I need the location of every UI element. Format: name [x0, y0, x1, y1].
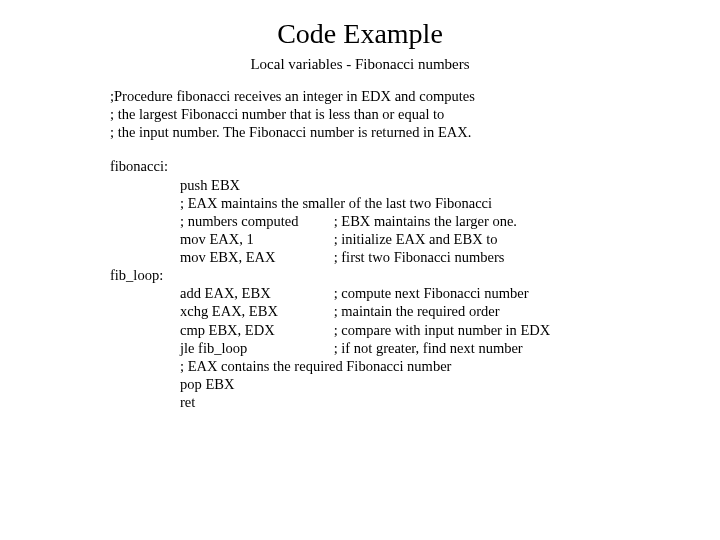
code-line: xchg EAX, EBX ; maintain the required or… [180, 302, 660, 320]
label-fib-loop: fib_loop: [110, 266, 660, 284]
code-line: ; EAX contains the required Fibonacci nu… [180, 357, 660, 375]
intro-line: ; the largest Fibonacci number that is l… [110, 105, 660, 123]
intro-line: ;Procedure fibonacci receives an integer… [110, 87, 660, 105]
code-line: cmp EBX, EDX ; compare with input number… [180, 321, 660, 339]
code-line: jle fib_loop ; if not greater, find next… [180, 339, 660, 357]
code-block-2: add EAX, EBX ; compute next Fibonacci nu… [110, 284, 660, 411]
instr: cmp EBX, EDX [180, 321, 330, 339]
label-fibonacci: fibonacci: [110, 157, 660, 175]
comment: ; if not greater, find next number [334, 340, 523, 356]
instr: ; numbers computed [180, 212, 330, 230]
intro-comment: ;Procedure fibonacci receives an integer… [110, 87, 660, 141]
code-block-1: push EBX ; EAX maintains the smaller of … [110, 176, 660, 267]
slide-content: ;Procedure fibonacci receives an integer… [110, 87, 660, 411]
instr: jle fib_loop [180, 339, 330, 357]
code-line: ret [180, 393, 660, 411]
comment: ; compare with input number in EDX [334, 322, 551, 338]
slide: Code Example Local variables - Fibonacci… [0, 18, 720, 540]
comment: ; maintain the required order [334, 303, 500, 319]
instr: add EAX, EBX [180, 284, 330, 302]
comment: ; first two Fibonacci numbers [334, 249, 505, 265]
comment: ; EBX maintains the larger one. [334, 213, 517, 229]
code-line: push EBX [180, 176, 660, 194]
code-line: ; numbers computed ; EBX maintains the l… [180, 212, 660, 230]
comment: ; compute next Fibonacci number [334, 285, 529, 301]
slide-title: Code Example [0, 18, 720, 50]
intro-line: ; the input number. The Fibonacci number… [110, 123, 660, 141]
code-line: pop EBX [180, 375, 660, 393]
code-line: mov EAX, 1 ; initialize EAX and EBX to [180, 230, 660, 248]
code-line: mov EBX, EAX ; first two Fibonacci numbe… [180, 248, 660, 266]
instr: xchg EAX, EBX [180, 302, 330, 320]
instr: mov EAX, 1 [180, 230, 330, 248]
code-line: ; EAX maintains the smaller of the last … [180, 194, 660, 212]
comment: ; initialize EAX and EBX to [334, 231, 498, 247]
code-line: add EAX, EBX ; compute next Fibonacci nu… [180, 284, 660, 302]
instr: mov EBX, EAX [180, 248, 330, 266]
slide-subtitle: Local variables - Fibonacci numbers [0, 56, 720, 73]
